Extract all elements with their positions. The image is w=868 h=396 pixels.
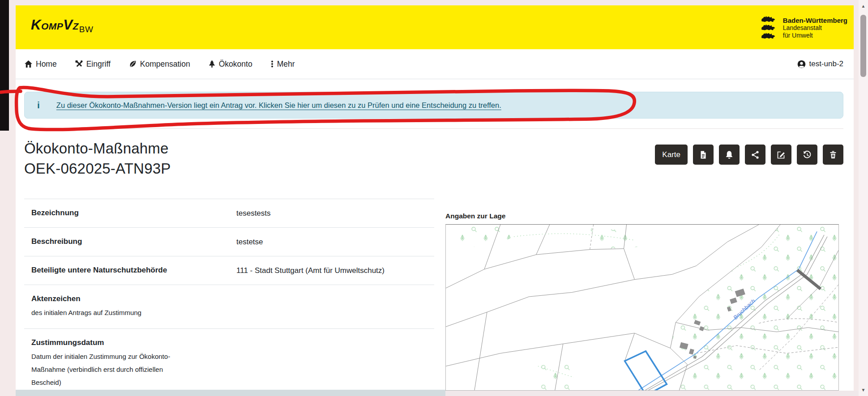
info-alert: i Zu dieser Ökokonto-Maßnahmen-Version l… xyxy=(24,92,843,119)
brand-line3: für Umwelt xyxy=(783,32,847,39)
nav-item-label: Home xyxy=(36,60,57,69)
logo-letter: V xyxy=(63,17,73,33)
notifications-button[interactable] xyxy=(719,145,740,165)
logo-suffix: BW xyxy=(79,25,94,34)
bottom-band-right xyxy=(445,391,859,396)
leaf-icon xyxy=(128,60,137,68)
tree-icon xyxy=(208,60,216,68)
tools-icon xyxy=(75,60,83,68)
details-column: Ökokonto-Maßnahme OEK-062025-ATN93P Beze… xyxy=(24,129,434,392)
content: i Zu dieser Ökokonto-Maßnahmen-Version l… xyxy=(16,92,854,392)
scrollbar-thumb[interactable] xyxy=(860,15,866,77)
history-icon xyxy=(803,150,812,159)
page-title-line1: Ökokonto-Maßnahme xyxy=(24,140,169,157)
row-sublabel: Datum der initialen Zustimmung zur Ökoko… xyxy=(31,350,179,389)
map-column: Karte xyxy=(445,129,843,392)
screen-left-edge xyxy=(0,0,9,131)
edit-button[interactable] xyxy=(771,145,791,165)
bw-brand: Baden-Württemberg Landesanstalt für Umwe… xyxy=(759,15,847,40)
map-viewport[interactable]: Bruchbach xyxy=(445,224,839,391)
table-row: Bezeichnung tesestests xyxy=(24,199,434,227)
action-toolbar: Karte xyxy=(445,145,843,165)
logo-letter: K xyxy=(31,17,41,33)
nav-item-label: Mehr xyxy=(277,60,295,69)
trash-icon xyxy=(829,150,838,159)
row-value: tesestests xyxy=(236,209,434,218)
home-icon xyxy=(24,60,33,68)
user-icon xyxy=(797,60,806,68)
app-header: KOMPVZBW Baden-Württemberg Landesanstalt… xyxy=(16,5,854,49)
bottom-band-left xyxy=(16,390,445,396)
nav-item-mehr[interactable]: Mehr xyxy=(270,60,295,69)
row-label: Aktenzeichen xyxy=(31,294,236,303)
kebab-menu-icon xyxy=(270,60,274,68)
bw-coat-of-arms-icon xyxy=(759,15,779,40)
scrollbar-up-arrow[interactable]: ▲ xyxy=(859,4,868,9)
document-icon xyxy=(699,150,708,159)
nav-item-oekokonto[interactable]: Ökokonto xyxy=(208,60,252,69)
table-row: Aktenzeichen des initialen Antrags auf Z… xyxy=(24,285,434,328)
share-button[interactable] xyxy=(745,145,765,165)
alert-link[interactable]: Zu dieser Ökokonto-Maßnahmen-Version lie… xyxy=(56,101,501,110)
row-label: Zustimmungsdatum xyxy=(31,338,236,347)
row-label: Beteiligte untere Naturschutzbehörde xyxy=(31,266,236,275)
brand-line1: Baden-Württemberg xyxy=(783,17,847,24)
main-nav: Home Eingriff Kompensation xyxy=(16,49,854,79)
table-row: Zustimmungsdatum Datum der initialen Zus… xyxy=(24,328,434,392)
user-menu[interactable]: test-unb-2 xyxy=(797,60,843,68)
row-value xyxy=(236,338,434,389)
row-value xyxy=(236,294,434,319)
brand-line2: Landesanstalt xyxy=(783,24,847,32)
karte-button[interactable]: Karte xyxy=(655,145,688,165)
nav-item-label: Ökokonto xyxy=(219,60,252,69)
logo-letters: Z xyxy=(73,21,78,31)
bell-icon xyxy=(725,150,734,159)
history-button[interactable] xyxy=(797,145,817,165)
nav-item-label: Eingriff xyxy=(86,60,111,69)
cadastral-map: Bruchbach xyxy=(446,225,838,390)
page-title: Ökokonto-Maßnahme OEK-062025-ATN93P xyxy=(24,138,434,179)
map-section-title: Angaben zur Lage xyxy=(445,212,843,220)
row-sublabel: des initialen Antrags auf Zustimmung xyxy=(31,306,179,319)
brand-text: Baden-Württemberg Landesanstalt für Umwe… xyxy=(783,17,847,39)
edit-icon xyxy=(777,150,786,159)
nav-item-home[interactable]: Home xyxy=(24,60,57,69)
nav-item-eingriff[interactable]: Eingriff xyxy=(75,60,111,69)
page-card: KOMPVZBW Baden-Württemberg Landesanstalt… xyxy=(16,5,854,392)
logo-letters: OMP xyxy=(41,21,63,31)
table-row: Beschreibung testetse xyxy=(24,227,434,256)
app-logo[interactable]: KOMPVZBW xyxy=(31,17,93,33)
vertical-scrollbar: ▲ ▼ xyxy=(859,0,868,396)
app-root: { "app": { "logo": { "part1": "K", "part… xyxy=(0,0,868,396)
nav-item-kompensation[interactable]: Kompensation xyxy=(128,60,190,69)
main-columns: Ökokonto-Maßnahme OEK-062025-ATN93P Beze… xyxy=(24,129,843,392)
row-label: Beschreibung xyxy=(31,237,236,246)
page-title-line2: OEK-062025-ATN93P xyxy=(24,160,171,177)
document-button[interactable] xyxy=(693,145,714,165)
user-name: test-unb-2 xyxy=(809,60,843,68)
delete-button[interactable] xyxy=(823,145,843,165)
row-label: Bezeichnung xyxy=(31,209,236,217)
scrollbar-down-arrow[interactable]: ▼ xyxy=(859,387,868,392)
table-row: Beteiligte untere Naturschutzbehörde 111… xyxy=(24,256,434,285)
info-icon: i xyxy=(37,100,40,111)
row-value: 111 - Stadt Stuttgart (Amt für Umweltsch… xyxy=(236,266,434,275)
details-table: Bezeichnung tesestests Beschreibung test… xyxy=(24,199,434,392)
nav-item-label: Kompensation xyxy=(140,60,190,69)
row-value: testetse xyxy=(236,237,434,247)
share-icon xyxy=(751,150,760,159)
